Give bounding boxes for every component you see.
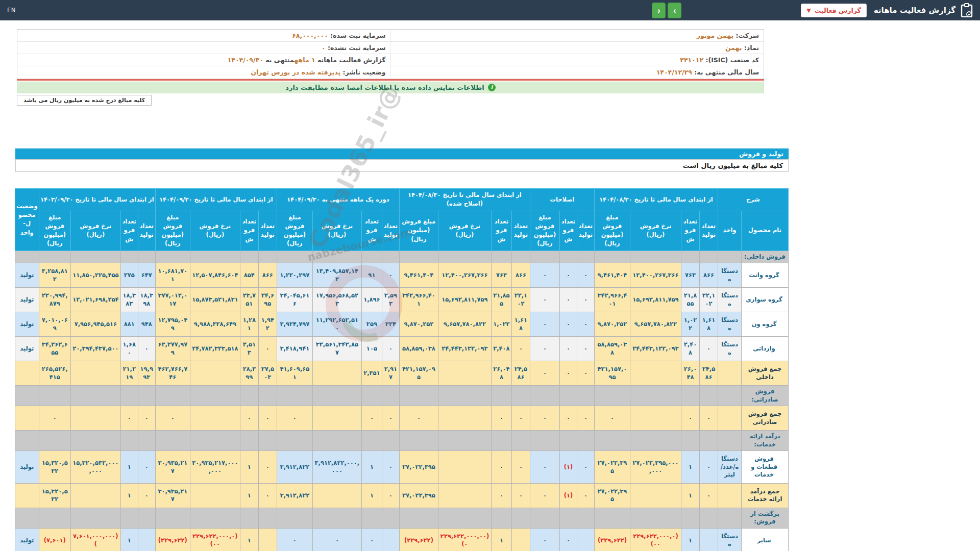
value-cell	[577, 508, 594, 528]
info-label: سرمایه ثبت نشده:	[326, 44, 386, 52]
value-cell	[70, 251, 120, 263]
amounts-note-tab[interactable]: کلیه مبالغ درج شده به میلیون ریال می باش…	[17, 95, 152, 106]
value-cell	[39, 386, 70, 406]
value-cell: ۰	[559, 263, 577, 288]
value-cell	[491, 508, 511, 528]
value-cell: ۳۴,۲۶۲,۶۵۵	[39, 337, 70, 361]
info-row: نماد: بهمنسرمایه ثبت نشده: ۰	[17, 42, 764, 54]
info-label: نماد:	[742, 44, 759, 52]
value-cell: ۲۴,۴۴۳,۱۲۲,۰۹۳	[630, 337, 681, 361]
value-cell: ۰	[138, 483, 155, 508]
report-type-dropdown[interactable]: گزارش فعالیت ▼	[801, 4, 867, 17]
info-cell: شرکت: بهمن موتور	[390, 30, 764, 42]
value-cell	[155, 431, 190, 451]
value-cell: ۰	[138, 337, 155, 361]
table-row-total: جمع فروش داخلی۲۴,۵۸۶۲۶,۰۴۸۴۲۱,۱۵۷,۰۹۵۰۰۰…	[15, 361, 788, 386]
value-cell	[382, 508, 399, 528]
value-cell: ۰	[559, 406, 577, 431]
header-group-row: شرحاز ابتدای سال مالی تا تاریخ ۱۴۰۴/۰۸/۳…	[15, 189, 788, 211]
column-header-group: از ابتدای سال مالی تا تاریخ ۱۴۰۳/۰۹/۳۰	[39, 189, 155, 211]
value-cell: ۰	[120, 406, 138, 431]
value-cell: ۲۲,۱۰۲	[699, 288, 718, 312]
value-cell	[511, 508, 530, 528]
value-cell: ۱۳,۴۰۹,۸۵۷,۱۴۳	[312, 263, 361, 288]
unit-cell	[718, 483, 741, 508]
value-cell	[681, 386, 699, 406]
column-header-qty-produced: تعداد تولید	[138, 211, 155, 251]
value-cell	[120, 386, 138, 406]
unit-cell: دستگاه	[718, 263, 741, 288]
value-cell: (۲۲۹,۶۲۲)	[155, 528, 190, 551]
column-header-rate: نرخ فروش (ریال)	[438, 211, 491, 251]
value-cell: ۰	[577, 337, 594, 361]
value-cell: ۰	[530, 337, 559, 361]
product-name: جمع فروش داخلی	[742, 361, 789, 386]
value-cell: ۲۶,۰۴۸	[491, 361, 511, 386]
value-cell	[382, 528, 399, 551]
value-cell: ۰	[530, 288, 559, 312]
value-cell	[530, 386, 559, 406]
value-cell	[120, 251, 138, 263]
value-cell: (۱)	[559, 483, 577, 508]
value-cell	[630, 508, 681, 528]
value-cell: ۰	[382, 263, 399, 288]
language-toggle[interactable]: EN	[7, 7, 16, 14]
value-cell: ۰	[530, 361, 559, 386]
value-cell: ۰	[699, 337, 718, 361]
value-cell: ۱	[120, 483, 138, 508]
value-cell: ۷,۰۱۰,۰۶۹	[39, 312, 70, 337]
table-row-total: جمع فروش صادراتی۰۰۰۰۰۰۰۰۰۰۰۰۰۰۰۰۰۰	[15, 406, 788, 431]
red-divider	[17, 79, 764, 81]
value-cell: ۹,۶۵۷,۷۸۰,۸۲۲	[630, 312, 681, 337]
value-cell	[312, 251, 361, 263]
value-cell: ۷,۹۵۶,۹۴۵,۵۱۶	[70, 312, 120, 337]
column-header-qty-sold: تعداد فروش	[559, 211, 577, 251]
table-row-item: وارداتیدستگاه۰۲,۴۰۸۲۴,۴۴۳,۱۲۲,۰۹۳۵۸,۸۵۹,…	[15, 337, 788, 361]
value-cell	[382, 431, 399, 451]
value-cell: ۲,۵۱۳	[240, 337, 258, 361]
value-cell: ۰	[559, 288, 577, 312]
column-header-qty-produced: تعداد تولید	[258, 211, 277, 251]
next-report-button[interactable]: ›	[668, 3, 681, 18]
previous-report-button[interactable]: ‹	[652, 3, 666, 18]
value-cell: ۱,۲۲۰,۲۹۷	[277, 263, 312, 288]
value-cell	[258, 251, 277, 263]
table-row-item: گروه وندستگاه۱,۶۱۸۱,۰۲۲۹,۶۵۷,۷۸۰,۸۲۲۹,۸۷…	[15, 312, 788, 337]
unit-cell	[718, 406, 741, 431]
product-name: برگشت از فروش:	[742, 508, 789, 528]
value-cell: ۱	[240, 451, 258, 484]
product-name: گروه سواری	[742, 288, 789, 312]
value-cell	[630, 386, 681, 406]
column-header-group: از ابتدای سال مالی تا تاریخ ۱۴۰۴/۰۹/۳۰	[155, 189, 277, 211]
value-cell: ۱	[361, 483, 382, 508]
value-cell	[70, 361, 120, 386]
value-cell: ۱۸,۳۸۳	[120, 288, 138, 312]
product-name: جمع درآمد ارائه خدمات	[742, 483, 789, 508]
value-cell	[511, 251, 530, 263]
table-row-item: فروش قطعات و خدماتدستگاه/عدد/لیتر۰۱۲۷,۰۲…	[15, 451, 788, 484]
value-cell: (۲۲۹,۶۲۲,۰۰۰,۰۰۰)	[630, 528, 681, 551]
unit-cell	[718, 251, 741, 263]
value-cell	[577, 431, 594, 451]
value-cell	[190, 386, 240, 406]
value-cell	[190, 508, 240, 528]
value-cell	[240, 251, 258, 263]
value-cell	[438, 361, 491, 386]
info-value: ۶۸,۰۰۰,۰۰۰	[292, 32, 328, 39]
value-cell	[312, 406, 361, 431]
value-cell: ۱۱,۲۹۲,۶۵۲,۵۱۰	[312, 312, 361, 337]
info-row: سال مالی منتهی به: ۱۴۰۴/۱۲/۲۹وضعیت ناشر:…	[17, 66, 764, 79]
value-cell	[190, 361, 240, 386]
value-cell	[120, 431, 138, 451]
value-cell: ۲۷۵	[120, 263, 138, 288]
value-cell	[190, 483, 240, 508]
value-cell: ۹,۹۸۸,۳۲۸,۶۴۹	[190, 312, 240, 337]
status-cell	[15, 361, 39, 386]
value-cell	[258, 508, 277, 528]
value-cell: ۲۷,۰۲۲,۳۹۵,۰۰۰,۰۰۰	[630, 451, 681, 484]
value-cell	[190, 431, 240, 451]
value-cell: ۰	[511, 451, 530, 484]
info-label: وضعیت ناشر:	[340, 68, 385, 76]
value-cell	[630, 251, 681, 263]
value-cell	[138, 251, 155, 263]
